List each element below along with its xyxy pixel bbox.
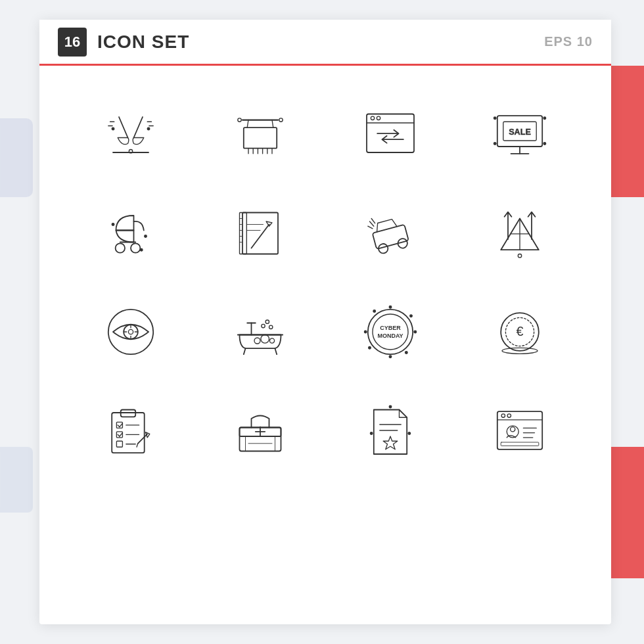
svg-point-34 xyxy=(543,117,546,120)
svg-line-108 xyxy=(120,433,123,436)
svg-point-126 xyxy=(408,432,411,435)
bg-decoration-left-top xyxy=(0,118,33,197)
svg-line-11 xyxy=(247,120,248,128)
svg-point-25 xyxy=(377,116,380,120)
svg-point-81 xyxy=(254,338,260,344)
icon-bath-tub xyxy=(196,283,326,381)
svg-point-92 xyxy=(373,310,376,313)
header-number: 16 xyxy=(58,28,87,57)
svg-point-79 xyxy=(265,320,269,323)
svg-point-90 xyxy=(364,331,367,333)
svg-point-93 xyxy=(405,352,407,354)
icon-pyramid-arrows xyxy=(455,184,586,283)
header-format: EPS 10 xyxy=(544,34,593,49)
bath-tub-icon xyxy=(231,302,290,361)
svg-point-66 xyxy=(108,310,153,354)
svg-point-41 xyxy=(144,235,147,238)
svg-point-95 xyxy=(409,315,412,317)
icon-sale-monitor: SALE xyxy=(455,85,586,184)
svg-rect-110 xyxy=(116,441,122,447)
svg-rect-13 xyxy=(244,127,277,149)
euro-coin-icon: € xyxy=(490,302,549,361)
brooms-icon xyxy=(101,105,160,164)
svg-point-36 xyxy=(543,143,546,145)
car-accident-icon xyxy=(361,204,420,263)
svg-rect-43 xyxy=(242,213,278,254)
web-profile-icon xyxy=(490,401,549,460)
svg-point-91 xyxy=(414,331,417,333)
svg-point-127 xyxy=(389,405,392,408)
svg-point-42 xyxy=(140,248,143,251)
header-left: 16 ICON SET xyxy=(58,28,189,57)
icon-baby-stroller xyxy=(66,184,196,283)
icon-grid: SALE xyxy=(39,66,611,499)
svg-text:SALE: SALE xyxy=(509,127,531,137)
svg-point-38 xyxy=(131,243,140,252)
cyber-monday-icon: CYBER MONDAY xyxy=(361,302,420,361)
svg-point-83 xyxy=(270,338,275,343)
toolbox-icon xyxy=(231,401,290,460)
icon-document-star xyxy=(325,381,455,480)
svg-line-114 xyxy=(137,444,138,447)
svg-point-2 xyxy=(112,127,114,130)
svg-line-112 xyxy=(138,434,147,443)
icon-eye-sun xyxy=(66,283,196,381)
svg-marker-113 xyxy=(145,432,149,438)
svg-line-57 xyxy=(369,221,373,226)
svg-line-1 xyxy=(133,117,143,138)
svg-point-125 xyxy=(370,432,373,435)
svg-rect-101 xyxy=(120,410,135,417)
svg-point-78 xyxy=(262,324,265,327)
svg-point-85 xyxy=(373,314,408,350)
svg-point-3 xyxy=(147,127,150,130)
svg-point-33 xyxy=(494,117,497,120)
svg-point-130 xyxy=(501,414,505,417)
svg-point-65 xyxy=(518,254,522,258)
svg-text:MONDAY: MONDAY xyxy=(377,333,403,339)
icon-toolbox xyxy=(196,381,326,480)
icon-browser-arrows xyxy=(325,85,455,184)
baby-stroller-icon xyxy=(101,204,160,263)
checklist-clipboard-icon xyxy=(101,401,160,460)
svg-point-35 xyxy=(494,143,497,145)
svg-point-84 xyxy=(368,310,413,354)
icon-cyber-monday: CYBER MONDAY xyxy=(325,283,455,381)
svg-point-15 xyxy=(279,118,283,122)
browser-arrows-icon xyxy=(361,105,420,164)
document-star-icon xyxy=(361,401,420,460)
icon-brooms xyxy=(66,85,196,184)
svg-point-14 xyxy=(238,118,241,122)
svg-point-82 xyxy=(261,335,269,344)
eye-sun-icon xyxy=(101,302,160,361)
svg-point-72 xyxy=(128,329,133,334)
svg-marker-124 xyxy=(383,436,398,449)
svg-line-104 xyxy=(120,423,123,426)
design-tools-icon xyxy=(231,204,290,263)
svg-point-88 xyxy=(389,306,392,308)
svg-point-133 xyxy=(511,427,515,432)
sale-monitor-icon: SALE xyxy=(490,105,549,164)
pyramid-arrows-icon xyxy=(490,204,549,263)
svg-point-131 xyxy=(507,414,511,417)
svg-point-37 xyxy=(115,243,124,252)
header-title: ICON SET xyxy=(97,32,189,53)
icon-checklist-clipboard xyxy=(66,381,196,480)
svg-point-89 xyxy=(389,356,392,358)
svg-line-58 xyxy=(368,226,373,229)
hanging-sign-icon xyxy=(231,105,290,164)
icon-hanging-sign xyxy=(196,85,326,184)
bg-decoration-left-bottom xyxy=(0,447,33,513)
svg-line-12 xyxy=(272,120,273,128)
svg-point-24 xyxy=(371,116,374,120)
main-card: 16 ICON SET EPS 10 xyxy=(39,20,611,624)
svg-line-59 xyxy=(371,219,375,223)
svg-rect-137 xyxy=(501,442,539,446)
svg-line-50 xyxy=(252,225,269,248)
icon-euro-coin: € xyxy=(455,283,586,381)
svg-point-40 xyxy=(112,223,114,226)
header: 16 ICON SET EPS 10 xyxy=(39,20,611,66)
svg-text:€: € xyxy=(517,324,524,338)
icon-car-accident xyxy=(325,184,455,283)
svg-point-80 xyxy=(269,325,273,329)
svg-rect-54 xyxy=(372,225,408,249)
